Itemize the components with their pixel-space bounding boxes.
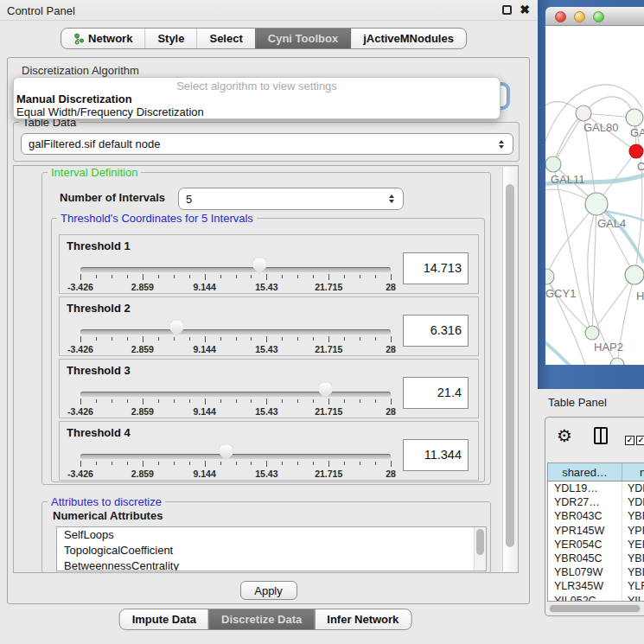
minimize-traffic-light[interactable] [574,11,585,22]
slider-tick [328,274,329,280]
column-header-name[interactable]: na [622,463,644,481]
cell-name: YDR2 [622,495,644,509]
table-row[interactable]: YPR145WYPR1 [548,524,644,538]
threshold-value-field[interactable]: 21.4 [403,377,469,409]
network-node-gal80[interactable] [576,105,591,121]
network-node-gal4[interactable] [585,193,608,215]
tab-jactivemnodules[interactable]: jActiveMNodules [350,29,466,48]
network-node-h-node[interactable] [625,265,644,284]
network-node-top-right[interactable] [626,109,643,126]
tab-cyni-toolbox[interactable]: Cyni Toolbox [255,29,350,48]
table-row[interactable]: YLR345WYLR3 [548,579,644,593]
slider-track[interactable] [80,329,391,335]
table-row[interactable]: YIL052CYIL0 [548,594,644,603]
bottom-tab-impute-data[interactable]: Impute Data [120,609,208,629]
network-canvas[interactable]: GAL80GACGAL11GAL4GCY1HHAP2 [545,26,644,365]
table-row[interactable]: YDR27…YDR2 [548,495,644,509]
interval-definition-title: Interval Definition [48,166,141,179]
attribute-list-scrollbar[interactable] [474,527,486,571]
cell-shared-name: YBR045C [548,552,622,565]
tab-select[interactable]: Select [196,29,254,48]
column-header-shared-name[interactable]: shared… [548,463,622,481]
threshold-value-field[interactable]: 14.713 [403,252,469,284]
slider-tick [251,337,252,341]
slider-tick [360,337,360,341]
slider-track[interactable] [80,454,391,459]
slider-tick-label: 28 [386,406,396,417]
slider-track[interactable] [80,392,391,397]
close-icon[interactable]: ✖ [520,3,530,16]
slider-tick-label: -3.426 [67,406,93,417]
slider-tick [236,462,237,465]
float-window-icon[interactable] [502,5,512,15]
select-all-checkbox-icon[interactable]: ✓ [625,436,634,445]
network-node-red-node[interactable] [629,144,643,158]
slider-tick [143,399,143,405]
slider-tick [80,274,81,280]
thresholds-group: Threshold's Coordinates for 5 Intervals … [51,218,485,482]
bottom-tab-discretize-data[interactable]: Discretize Data [208,609,314,629]
table-data-group: Table Data galFiltered.sif default node [13,122,520,162]
panel-vertical-scrollbar[interactable] [502,167,517,571]
bottom-tab-infer-network[interactable]: Infer Network [314,609,411,629]
attribute-list-item[interactable]: TopologicalCoefficient [57,543,486,558]
network-node-partial-bottom[interactable] [610,358,624,365]
slider-tick-label: -3.426 [67,344,93,354]
attribute-list-item[interactable]: BetweennessCentrality [57,558,486,571]
slider-tick [266,399,267,405]
threshold-label: Threshold 4 [67,426,131,439]
bottom-tab-label: Infer Network [327,613,399,626]
slider-tick [313,399,314,403]
select-none-checkbox-icon[interactable]: ✓ [636,436,644,445]
gear-icon[interactable]: ⚙ [557,425,572,446]
slider-tick [220,462,221,465]
tab-label: Select [209,32,242,45]
slider-tick [205,336,206,342]
slider-tick [313,337,314,341]
num-intervals-combobox[interactable]: 5 [178,188,404,210]
zoom-traffic-light[interactable] [593,11,604,22]
network-node-hap2[interactable] [585,326,599,340]
cell-name: YLR3 [622,579,644,593]
slider-tick [313,462,314,465]
slider-tick [344,399,345,403]
discretization-group-title: Discretization Algorithm [22,64,139,77]
slider-tick [360,462,360,465]
attribute-list-item[interactable]: SelfLoops [57,527,486,543]
slider-tick-label: 21.715 [315,406,342,417]
network-node-gal11[interactable] [545,156,561,172]
slider-tick [189,275,190,278]
dropdown-hint: Select algorithm to view settings [14,78,500,92]
table-row[interactable]: YBR045CYBR0 [548,552,644,565]
table-panel-toolbar: ⚙ ✓ ✓ [545,418,644,461]
slider-tick [158,337,159,341]
network-node-gcy1[interactable] [545,269,554,284]
tab-label: Network [88,32,132,45]
table-horizontal-scrollbar[interactable] [549,604,641,613]
close-traffic-light[interactable] [555,11,566,22]
slider-tick [205,399,206,405]
tab-network[interactable]: Network [61,29,144,48]
slider-track[interactable] [80,267,391,272]
threshold-label: Threshold 1 [67,239,131,252]
table-row[interactable]: YER054CYER0 [548,538,644,552]
dropdown-option-equal-width[interactable]: Equal Width/Frequency Discretization [14,105,500,118]
slider-tick [96,275,97,278]
threshold-value-field[interactable]: 6.316 [403,315,469,347]
slider-tick [174,337,175,341]
dropdown-option-manual[interactable]: Manual Discretization [14,92,500,105]
threshold-value-field[interactable]: 11.344 [403,439,469,471]
tab-style[interactable]: Style [144,29,196,48]
slider-tick [127,337,128,341]
table-data-combobox[interactable]: galFiltered.sif default node [21,133,513,155]
table-row[interactable]: YBR043CYBR0 [548,509,644,523]
apply-button[interactable]: Apply [240,581,297,600]
columns-icon[interactable] [594,427,608,444]
slider-tick [127,399,128,403]
slider-tick [297,399,298,403]
panel-title: Control Panel [7,4,75,17]
table-row[interactable]: YBL079WYBL0 [548,565,644,579]
slider-tick-label: 2.859 [131,344,154,354]
tab-label: jActiveMNodules [363,32,454,45]
table-row[interactable]: YDL19…YDL1 [548,481,644,495]
